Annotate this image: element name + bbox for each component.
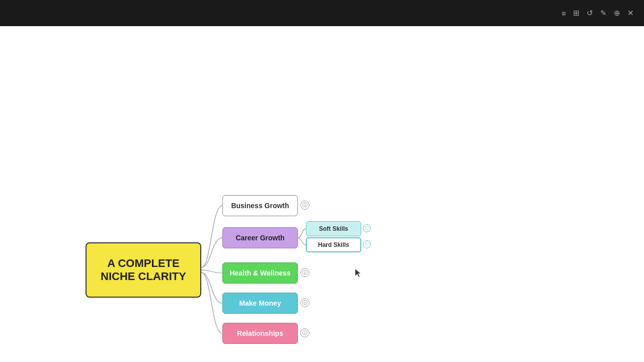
info-badge-money[interactable]: ⓘ (300, 298, 309, 307)
central-text: A COMPLETE NICHE CLARITY (101, 257, 186, 284)
close-icon[interactable]: ✕ (627, 9, 634, 18)
top-bar: ≡ ⊞ ↺ ✎ ⊕ ✕ (0, 0, 644, 26)
grid-icon[interactable]: ⊞ (573, 9, 580, 18)
info-badge-relationships[interactable]: ⓘ (300, 328, 309, 337)
info-badge-health[interactable]: ⓘ (300, 268, 309, 277)
branch-node-money[interactable]: Make Money (222, 293, 298, 314)
branch-node-career[interactable]: Career Growth (222, 227, 298, 248)
menu-icon[interactable]: ≡ (561, 9, 566, 18)
info-badge-business[interactable]: ⓘ (300, 201, 309, 210)
sub-info-soft-skills[interactable]: ⓘ (363, 224, 371, 232)
sub-info-hard-skills[interactable]: ⓘ (363, 240, 371, 248)
edit-icon[interactable]: ✎ (600, 9, 607, 18)
branch-node-business[interactable]: Business Growth (222, 195, 298, 216)
connector-lines (0, 26, 644, 362)
share-icon[interactable]: ⊕ (614, 9, 620, 18)
branch-node-relationships[interactable]: Relationships (222, 323, 298, 344)
sub-node-hard-skills[interactable]: Hard Skills (306, 237, 361, 252)
mouse-cursor (355, 269, 361, 278)
refresh-icon[interactable]: ↺ (587, 9, 593, 18)
mindmap-canvas: A COMPLETE NICHE CLARITY Business Growth… (0, 26, 644, 362)
central-node[interactable]: A COMPLETE NICHE CLARITY (86, 242, 201, 298)
sub-node-soft-skills[interactable]: Soft Skills (306, 221, 361, 236)
branch-node-health[interactable]: Health & Wellness (222, 262, 298, 284)
svg-marker-0 (355, 269, 361, 277)
